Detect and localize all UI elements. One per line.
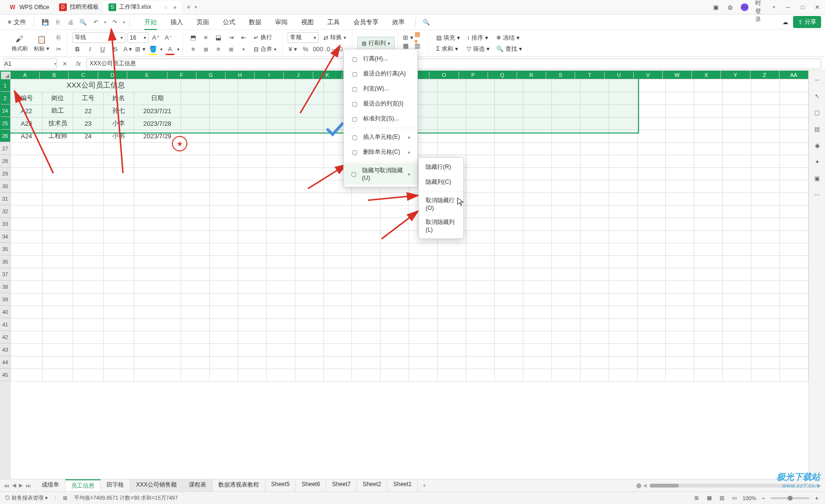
sort-button[interactable]: ↕排序 ▾ [464, 33, 492, 43]
increase-font-icon[interactable]: A⁺ [151, 32, 161, 43]
sheet-tab[interactable]: Sheet6 [296, 479, 326, 491]
bold-icon[interactable]: B [72, 44, 83, 55]
font-color-icon[interactable]: A [165, 44, 175, 55]
row-col-button[interactable]: ⊞ 行和列 ▾ [357, 37, 395, 50]
sheet-tab[interactable]: 课程表 [183, 479, 213, 491]
col-header[interactable]: D [98, 71, 127, 79]
row-header[interactable]: 33 [0, 218, 11, 230]
save-as-icon[interactable]: ⎘ [54, 18, 62, 27]
menu-tab-2[interactable]: 页面 [190, 15, 216, 30]
avatar-icon[interactable]: WP [741, 3, 749, 11]
zoom-in-button[interactable]: + [813, 495, 820, 502]
submenu-item[interactable]: 取消隐藏行(O) [419, 193, 463, 215]
submenu-item[interactable]: 隐藏行(R) [419, 160, 463, 175]
menu-tab-7[interactable]: 工具 [321, 15, 347, 30]
menu-tab-3[interactable]: 公式 [216, 15, 242, 30]
row-header[interactable]: 36 [0, 255, 11, 268]
menu-tab-9[interactable]: 效率 [385, 15, 412, 30]
file-menu-button[interactable]: ≡ 文件 [4, 16, 30, 29]
col-header[interactable]: Q [488, 71, 517, 79]
submenu-item[interactable]: 取消隐藏列(L) [419, 215, 463, 237]
panel-icon[interactable]: ▣ [712, 3, 719, 11]
comma-icon[interactable]: 000 [313, 44, 323, 55]
col-header[interactable]: Y [721, 71, 750, 79]
templates-icon[interactable]: ▢ [812, 107, 823, 118]
increase-decimal-icon[interactable]: .0← [325, 44, 336, 55]
col-header[interactable]: T [575, 71, 604, 79]
col-header[interactable]: A [11, 71, 40, 79]
strike-icon[interactable]: S [110, 44, 121, 55]
row-header[interactable]: 34 [0, 230, 11, 243]
row-header[interactable]: 45 [0, 369, 11, 381]
maximize-icon[interactable]: □ [799, 3, 807, 11]
row-header[interactable]: 29 [0, 167, 11, 180]
row-header[interactable]: 40 [0, 306, 11, 318]
row-header[interactable]: 44 [0, 356, 11, 369]
col-header[interactable]: S [546, 71, 575, 79]
row-header[interactable]: 24 [0, 104, 11, 117]
col-header[interactable]: K [313, 71, 342, 79]
align-justify-icon[interactable]: ≣ [226, 44, 236, 55]
worksheet-icon[interactable]: ⊞ ▾ [403, 32, 413, 43]
row-header[interactable]: 25 [0, 117, 11, 130]
sheet-tab[interactable]: Sheet5 [265, 479, 296, 491]
select-tool-icon[interactable]: ↖ [812, 91, 823, 102]
sheet-tab[interactable]: 田字格 [101, 479, 130, 491]
row-header[interactable]: 2 [0, 92, 11, 104]
align-left-icon[interactable]: ≡ [188, 44, 199, 55]
col-header[interactable]: O [429, 71, 458, 79]
layout-icon[interactable]: ⊞ [63, 495, 67, 501]
menu-tab-1[interactable]: 插入 [164, 15, 190, 30]
select-all-corner[interactable] [0, 71, 11, 79]
align-middle-icon[interactable]: ≡ [200, 32, 211, 43]
col-header[interactable]: C [69, 71, 98, 79]
print-icon[interactable]: 🖨 [66, 18, 75, 27]
format-painter-button[interactable]: 🖌 格式刷 [9, 32, 30, 55]
font-style-icon[interactable]: A ▾ [122, 44, 133, 55]
increase-indent-icon[interactable]: ⇥ [226, 32, 236, 43]
menu-item[interactable]: ▢最适合的行高(A) [344, 66, 417, 81]
reading-view-icon[interactable]: ▭ [730, 494, 739, 503]
cloud-icon[interactable]: ☁ [782, 19, 788, 26]
menu-item[interactable]: ▢列宽(W)... [344, 81, 417, 96]
row-header[interactable]: 30 [0, 180, 11, 193]
normal-view-icon[interactable]: ⊞ [692, 494, 701, 503]
sheet-tab[interactable]: 数据透视表教程 [213, 479, 265, 491]
col-header[interactable]: V [634, 71, 663, 79]
menu-item[interactable]: ▢隐藏与取消隐藏(U)▸ [344, 163, 417, 185]
last-sheet-icon[interactable]: ⏭ [26, 483, 31, 489]
formula-input[interactable]: XXX公司员工信息 [86, 59, 821, 69]
col-header[interactable]: E [127, 71, 168, 79]
row-header[interactable]: 39 [0, 293, 11, 306]
row-header[interactable]: 35 [0, 243, 11, 255]
decrease-indent-icon[interactable]: ⇤ [238, 32, 249, 43]
search-icon[interactable]: 🔍 [423, 19, 430, 26]
name-box[interactable]: A1 ▾ [4, 59, 57, 69]
col-header[interactable]: U [605, 71, 634, 79]
bookmarks-icon[interactable]: ▣ [812, 173, 823, 184]
mode-indicator[interactable]: ◎ 财务报表管理 ▾ [5, 494, 48, 502]
border-icon[interactable]: ⊞ ▾ [135, 44, 146, 55]
assets-icon[interactable]: ◉ [812, 140, 823, 151]
cut-icon[interactable]: ✂ [53, 44, 64, 55]
login-label[interactable]: 临时登录 [755, 3, 763, 11]
col-header[interactable]: I [255, 71, 284, 79]
copy-icon[interactable]: ⎘ [53, 32, 64, 43]
fill-color-icon[interactable]: 🪣 [148, 44, 158, 55]
next-sheet-icon[interactable]: ▶ [19, 482, 23, 489]
row-header[interactable]: 31 [0, 193, 11, 205]
tab-options-icon[interactable]: ○ [164, 4, 167, 11]
menu-item[interactable]: ▢行高(H)... [344, 51, 417, 66]
row-header[interactable]: 27 [0, 142, 11, 155]
row-header[interactable]: 38 [0, 281, 11, 293]
col-header[interactable]: R [517, 71, 546, 79]
wrap-text-button[interactable]: ↵ 换行 [251, 32, 275, 43]
row-header[interactable]: 41 [0, 318, 11, 331]
decrease-font-icon[interactable]: A⁻ [163, 32, 174, 43]
prev-sheet-icon[interactable]: ◀ [12, 482, 16, 489]
menu-item[interactable]: ▢标准列宽(S)... [344, 111, 417, 126]
add-sheet-icon[interactable]: + [418, 482, 431, 489]
zoom-slider[interactable] [771, 497, 810, 499]
menu-item[interactable]: ▢删除单元格(C)▸ [344, 145, 417, 160]
menu-item[interactable]: ▢插入单元格(E)▸ [344, 130, 417, 145]
